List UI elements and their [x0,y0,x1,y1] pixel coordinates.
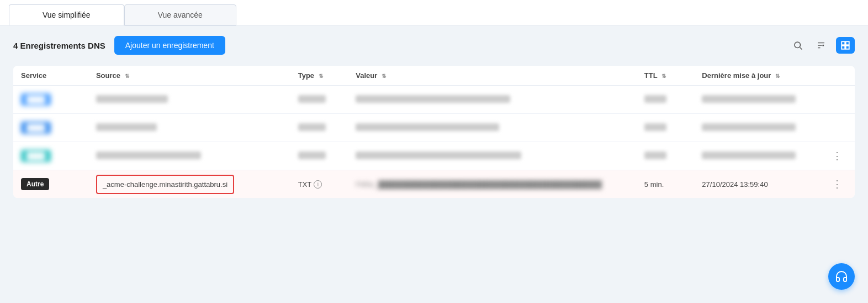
svg-rect-9 [846,46,849,49]
sort-source-icon: ⇅ [125,73,129,79]
type-cell [298,152,326,159]
headset-icon [835,270,848,283]
type-cell [298,95,326,103]
date-cell [702,95,796,103]
type-info-icon[interactable]: i [314,180,322,189]
svg-line-1 [800,48,802,50]
svg-point-0 [795,42,801,48]
type-cell-highlighted: TXT i [298,180,341,189]
service-badge: ████ [21,122,51,134]
tab-simple[interactable]: Vue simplifiée [9,4,124,25]
date-cell-highlighted: 27/10/2024 13:59:40 [702,180,768,189]
table-row-highlighted: Autre _acme-challenge.minastirith.gattab… [13,170,855,198]
grid-view-button[interactable] [836,37,855,54]
svg-rect-6 [841,41,845,45]
search-icon [793,40,803,50]
date-cell [702,123,796,131]
valeur-cell [356,152,521,159]
table-header-row: Service Source ⇅ Type ⇅ Valeur ⇅ TTL ⇅ [13,66,855,86]
col-header-source[interactable]: Source ⇅ [88,66,290,86]
source-cell-highlighted: _acme-challenge.minastirith.gattabru.si [96,175,234,194]
row-actions-button[interactable]: ⋮ [829,179,845,190]
col-header-actions [821,66,855,86]
valeur-cell [356,95,510,103]
toolbar-actions [790,37,855,54]
valeur-cell [356,123,499,131]
grid-icon [840,40,850,50]
sort-type-icon: ⇅ [319,73,323,79]
table-row: ████ [13,86,855,114]
section-title: Enregistrements DNS [20,41,105,50]
source-cell [96,123,157,131]
toolbar: 4 Enregistrements DNS Ajouter un enregis… [13,36,855,55]
col-header-service: Service [13,66,88,86]
service-badge: ████ [21,150,51,162]
ttl-cell [644,123,666,131]
valeur-cell-highlighted: FM5e_███████████████████████████████████… [356,180,602,189]
view-tabs: Vue simplifiée Vue avancée [0,0,868,26]
support-button[interactable] [828,263,855,290]
ttl-cell [644,152,666,159]
add-record-button[interactable]: Ajouter un enregistrement [114,36,225,55]
date-cell [702,152,796,159]
sort-valeur-icon: ⇅ [382,73,386,79]
type-cell [298,123,326,131]
count-number: 4 [13,41,18,50]
ttl-cell [644,95,666,103]
sort-date-icon: ⇅ [775,73,780,79]
record-count: 4 Enregistrements DNS [13,41,105,50]
svg-rect-8 [841,46,845,49]
source-cell [96,95,168,103]
sort-ttl-icon: ⇅ [661,73,666,79]
source-cell [96,152,201,159]
search-button[interactable] [790,37,806,54]
col-header-type[interactable]: Type ⇅ [290,66,348,86]
table-row: ████ [13,114,855,142]
row-actions-button[interactable]: ⋮ [829,150,845,161]
tab-advanced[interactable]: Vue avancée [124,4,236,25]
filter-icon [816,40,826,50]
table-row: ████ ⋮ [13,142,855,170]
service-badge: ████ [21,93,51,106]
col-header-derniere[interactable]: Dernière mise à jour ⇅ [694,66,821,86]
svg-rect-7 [846,41,849,45]
service-badge-autre: Autre [21,178,49,190]
main-content: 4 Enregistrements DNS Ajouter un enregis… [0,26,868,208]
filter-button[interactable] [813,37,829,54]
svg-point-5 [822,45,824,46]
col-header-valeur[interactable]: Valeur ⇅ [348,66,637,86]
col-header-ttl[interactable]: TTL ⇅ [637,66,695,86]
dns-table: Service Source ⇅ Type ⇅ Valeur ⇅ TTL ⇅ [13,66,855,198]
ttl-cell-highlighted: 5 min. [644,180,664,189]
